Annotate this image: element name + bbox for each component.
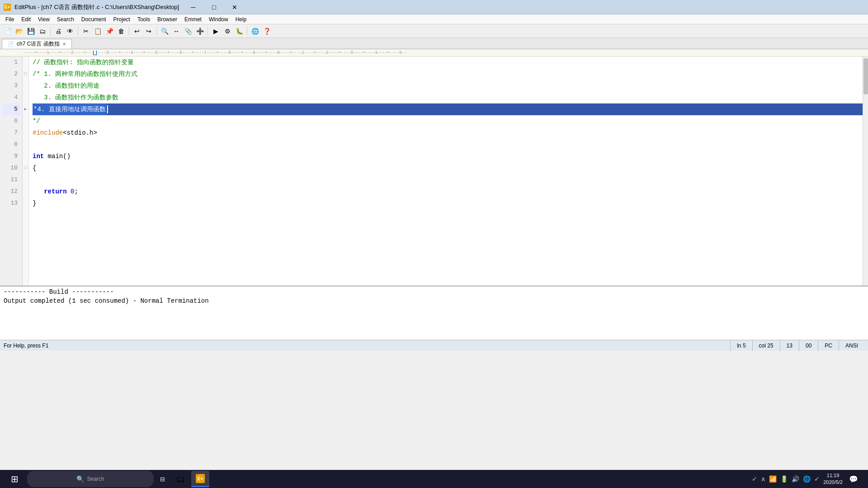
tb-help[interactable]: ❓ [261,26,272,37]
status-pc: PC [818,340,839,351]
tb-clip[interactable]: 📎 [183,26,193,37]
menu-project[interactable]: Project [110,14,134,24]
minimize-button[interactable]: ─ [183,0,203,14]
menu-document[interactable]: Document [78,14,110,24]
selected-text-5: *4. 直接用地址调用函数 [33,103,107,115]
explorer-icon: 🗂 [176,474,185,484]
tb-redo[interactable]: ↪ [143,26,154,37]
menu-tools[interactable]: Tools [134,14,154,24]
menu-help[interactable]: Help [232,14,250,24]
menu-file[interactable]: File [2,14,18,24]
tb-cut[interactable]: ✂ [80,26,91,37]
tb-sep5 [208,27,208,36]
code-lines[interactable]: // 函数指针: 指向函数的指针变量 /* 1. 两种常用的函数指针使用方式 2… [29,56,868,286]
line-num-3: 3 [2,80,20,92]
tb-sep6 [247,27,247,36]
fold-2[interactable]: □ [23,68,28,80]
start-button[interactable]: ⊞ [4,471,25,487]
tray-datetime[interactable]: 11:19 2020/5/2 [823,472,843,486]
taskbar-search-label: Search [87,476,104,482]
menu-edit[interactable]: Edit [18,14,34,24]
menu-view[interactable]: View [34,14,53,24]
scrollbar-thumb[interactable] [863,58,868,94]
comment-3: 2. 函数指针的用途 [33,80,99,92]
cursor [107,105,108,113]
line-num-13: 13 [2,197,20,209]
fold-13 [23,197,28,209]
kw-return-12: return [44,186,66,197]
vertical-scrollbar[interactable] [863,56,868,286]
comment-4: 3. 函数指针作为函数参数 [33,92,118,103]
tb-debug[interactable]: 🐛 [234,26,245,37]
code-line-1: // 函数指针: 指向函数的指针变量 [33,56,864,68]
tb-browser[interactable]: 🌐 [250,26,260,37]
code-line-12: return 0; [33,186,864,197]
include-path-7: <stdio.h> [63,127,97,139]
close-button[interactable]: ✕ [224,0,245,14]
tray-checkmark[interactable]: ✓ [752,475,757,483]
tb-save[interactable]: 💾 [25,26,36,37]
tray-volume[interactable]: 🔊 [792,475,799,483]
menu-window[interactable]: Window [205,14,232,24]
tray-time-value: 11:19 [823,472,843,479]
tray-network[interactable]: 📶 [769,475,777,483]
tb-sep3 [129,27,129,36]
line-num-7: 7 [2,127,20,139]
tray-date-value: 2020/5/2 [823,479,843,486]
editor-tab[interactable]: 📄 ch7 C语言 函数指 ✕ [2,39,72,49]
maximize-button[interactable]: □ [203,0,224,14]
num-0-12: 0 [71,186,74,197]
tb-print[interactable]: 🖨 [53,26,64,37]
tray-battery[interactable]: 🔋 [780,475,788,483]
tb-paste[interactable]: 📌 [104,26,115,37]
tb-save-all[interactable]: 🗂 [37,26,48,37]
code-area: 1 2 3 4 5 6 7 8 9 10 11 12 13 □ ▶ [0,56,868,286]
tb-insert[interactable]: ➕ [194,26,205,37]
notification-button[interactable]: 💬 [846,471,861,487]
main-area: 1 2 3 4 5 6 7 8 9 10 11 12 13 □ ▶ [0,56,868,340]
tb-replace[interactable]: ↔ [171,26,182,37]
taskbar-editplus[interactable]: E+ [191,471,209,487]
tab-bar: 📄 ch7 C语言 函数指 ✕ [0,38,868,49]
fold-8 [23,139,28,150]
output-panel: ----------- Build ----------- Output com… [0,286,868,340]
search-icon: 🔍 [76,475,84,483]
taskbar-explorer[interactable]: 🗂 [171,471,189,487]
editplus-icon: E+ [196,474,205,483]
tb-copy[interactable]: 📋 [92,26,103,37]
taskbar-search[interactable]: 🔍 Search [27,471,154,487]
fold-10[interactable]: □ [23,162,28,174]
fold-6 [23,115,28,127]
status-items: ln 5 col 25 13 00 PC ANSI [730,340,864,351]
line-num-12: 12 [2,186,20,197]
status-encoding: ANSI [839,340,864,351]
tb-undo[interactable]: ↩ [132,26,142,37]
main-9: main() [44,150,71,162]
menu-emmet[interactable]: Emmet [181,14,205,24]
tb-run[interactable]: ⚙ [222,26,233,37]
tray-expand[interactable]: ∧ [761,475,765,483]
tray-check2[interactable]: ✓ [814,475,820,483]
tray-lang[interactable]: 🌐 [803,475,811,483]
tb-delete[interactable]: 🗑 [116,26,127,37]
indent-12 [33,186,44,197]
tb-find[interactable]: 🔍 [159,26,170,37]
fold-12 [23,186,28,197]
tb-open[interactable]: 📂 [14,26,24,37]
menu-search[interactable]: Search [53,14,78,24]
tb-new[interactable]: 📄 [2,26,13,37]
comment-2: /* 1. 两种常用的函数指针使用方式 [33,68,137,80]
tb-sep2 [78,27,78,36]
menu-browser[interactable]: Browser [154,14,181,24]
code-line-8 [33,139,864,150]
code-line-10: { [33,162,864,174]
code-line-5: *4. 直接用地址调用函数 [33,103,864,115]
toolbar: 📄 📂 💾 🗂 🖨 👁 ✂ 📋 📌 🗑 ↩ ↪ 🔍 ↔ 📎 ➕ ▶ ⚙ 🐛 🌐 … [0,24,868,38]
tb-compile[interactable]: ▶ [210,26,221,37]
fold-11 [23,174,28,186]
tab-close-button[interactable]: ✕ [62,42,66,47]
line-num-10: 10 [2,162,20,174]
code-editor[interactable]: 1 2 3 4 5 6 7 8 9 10 11 12 13 □ ▶ [0,56,868,286]
tb-preview[interactable]: 👁 [65,26,75,37]
taskbar-task-view[interactable]: ⊟ [156,471,170,487]
